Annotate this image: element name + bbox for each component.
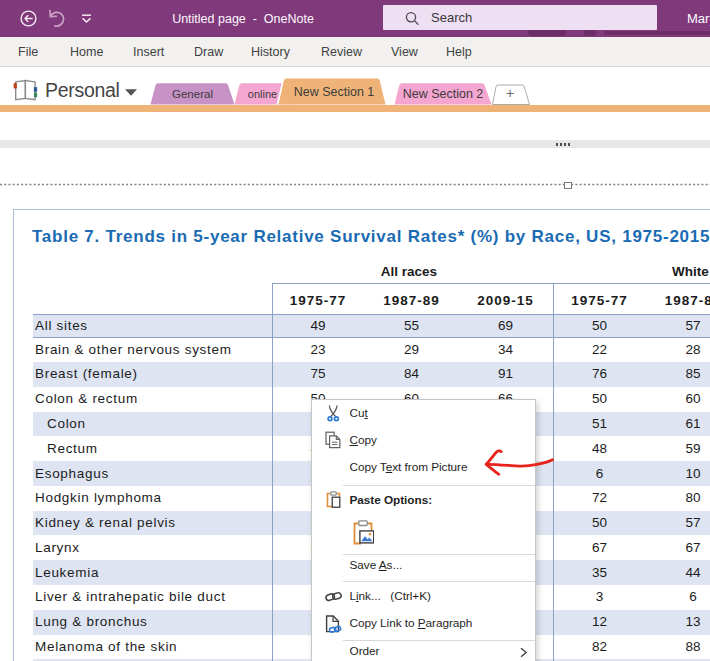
svg-text:New Section 2: New Section 2 [403, 87, 484, 101]
svg-text:online: online [248, 88, 277, 100]
svg-text:New Section 1: New Section 1 [294, 85, 375, 99]
svg-text:General: General [172, 88, 213, 100]
svg-text:+: + [506, 85, 514, 101]
